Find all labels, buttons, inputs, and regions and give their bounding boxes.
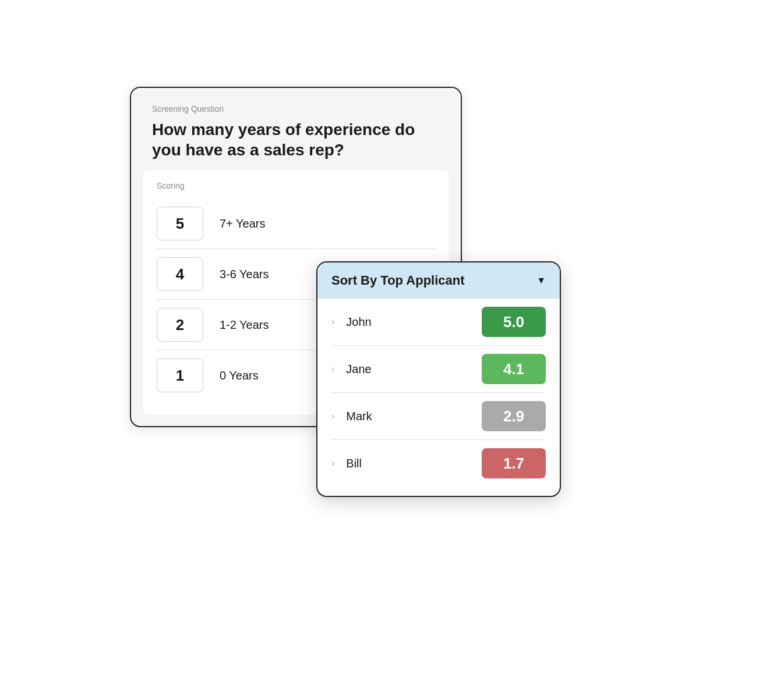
applicant-name: Jane: [346, 363, 482, 376]
chevron-right-icon: ›: [331, 364, 334, 374]
score-answer: 3-6 Years: [220, 268, 269, 281]
chevron-right-icon: ›: [331, 317, 334, 327]
chevron-right-icon: ›: [331, 458, 334, 469]
score-answer: 1-2 Years: [220, 318, 269, 332]
score-box: 5: [157, 207, 203, 240]
applicant-row[interactable]: › John 5.0: [331, 299, 546, 346]
chevron-right-icon: ›: [331, 411, 334, 421]
sort-title: Sort By Top Applicant: [331, 273, 465, 288]
applicant-name: Bill: [346, 457, 482, 470]
applicant-name: John: [346, 315, 482, 329]
scoring-row: 5 7+ Years: [157, 198, 435, 249]
score-badge: 4.1: [482, 354, 546, 384]
applicant-rows: › John 5.0 › Jane 4.1 › Mark 2.9 › Bill …: [331, 299, 546, 487]
chevron-down-icon: ▼: [536, 275, 546, 286]
screening-label: Screening Question: [152, 104, 440, 113]
screening-card-header: Screening Question How many years of exp…: [131, 88, 461, 171]
sort-header[interactable]: Sort By Top Applicant ▼: [317, 262, 560, 299]
applicant-row[interactable]: › Mark 2.9: [331, 393, 546, 440]
scoring-label: Scoring: [157, 181, 435, 190]
score-badge: 1.7: [482, 448, 546, 478]
sort-body: › John 5.0 › Jane 4.1 › Mark 2.9 › Bill …: [317, 299, 560, 496]
scene: Screening Question How many years of exp…: [130, 75, 654, 599]
score-box: 4: [157, 257, 203, 291]
applicant-row[interactable]: › Bill 1.7: [331, 440, 546, 487]
score-answer: 7+ Years: [220, 217, 265, 230]
screening-question: How many years of experience do you have…: [152, 119, 440, 160]
score-box: 2: [157, 308, 203, 342]
score-answer: 0 Years: [220, 369, 259, 382]
score-box: 1: [157, 359, 203, 392]
applicant-row[interactable]: › Jane 4.1: [331, 346, 546, 393]
score-badge: 2.9: [482, 401, 546, 431]
score-badge: 5.0: [482, 307, 546, 337]
sort-card: Sort By Top Applicant ▼ › John 5.0 › Jan…: [316, 261, 561, 497]
applicant-name: Mark: [346, 410, 482, 423]
